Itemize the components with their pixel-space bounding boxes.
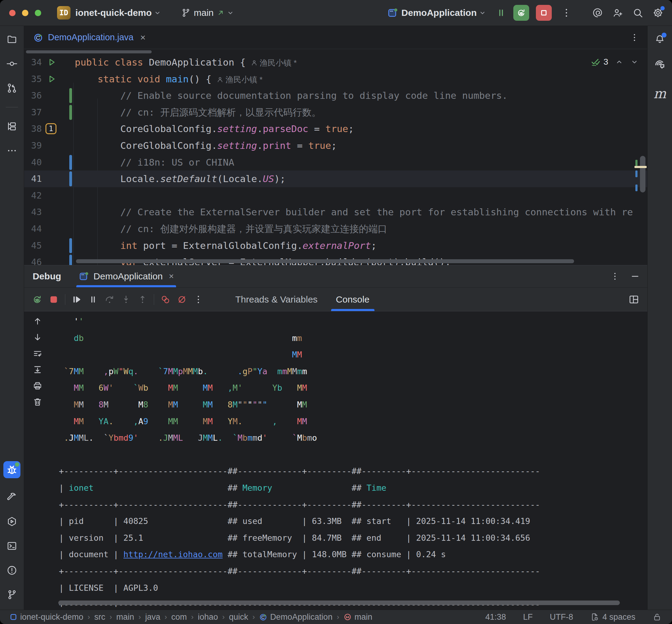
console-link[interactable]: http://net.iohao.com (123, 550, 222, 559)
resume-program-icon[interactable] (71, 294, 82, 305)
code-line[interactable]: 39 CoreGlobalConfig.setting.print = true… (24, 137, 647, 154)
editor-horizontal-scrollbar[interactable] (76, 259, 574, 263)
breadcrumb-item[interactable]: src (94, 613, 105, 622)
tab-close-icon[interactable]: × (169, 271, 174, 281)
line-number[interactable]: 36 (24, 87, 42, 104)
bookmark-badge[interactable]: 1 (46, 123, 56, 134)
code-line[interactable]: 36 // Enable source documentation parsin… (24, 87, 647, 104)
run-line-icon[interactable] (47, 58, 56, 67)
caret-position[interactable]: 41:38 (485, 613, 506, 622)
ai-assistant-icon[interactable] (592, 7, 603, 18)
maven-tool-icon[interactable]: m (653, 87, 666, 100)
next-problem-icon[interactable] (630, 58, 639, 66)
code-line[interactable]: 37 // cn: 开启源码文档解析，以显示代码行数。 (24, 104, 647, 121)
view-breakpoints-icon[interactable] (160, 294, 171, 305)
step-over-icon[interactable] (104, 294, 115, 305)
stop-process-icon[interactable] (49, 294, 59, 305)
notifications-bell-icon[interactable] (654, 34, 665, 45)
line-number[interactable]: 43 (24, 204, 42, 220)
structure-tool-icon[interactable] (6, 121, 17, 132)
window-close-button[interactable] (9, 10, 16, 16)
breadcrumb-item[interactable]: quick (229, 613, 248, 622)
hide-panel-icon[interactable] (630, 271, 640, 281)
debug-view-tab-console[interactable]: Console (331, 288, 374, 311)
services-tool-icon[interactable] (6, 516, 17, 527)
clear-console-icon[interactable] (33, 397, 43, 407)
scroll-down-icon[interactable] (33, 333, 43, 342)
code-with-me-icon[interactable] (612, 7, 623, 18)
terminal-tool-icon[interactable] (6, 541, 17, 551)
pause-program-icon[interactable] (88, 294, 98, 305)
line-number[interactable]: 38 (24, 121, 42, 137)
console-output[interactable]: '' db mm MM `7MM ,pW"Wq. `7MMpMMMb. .gP"… (24, 311, 647, 610)
editor-options-icon[interactable] (629, 33, 639, 43)
code-line[interactable]: 42 (24, 187, 647, 204)
settings-gear-icon[interactable] (652, 7, 664, 18)
tab-scrollbar[interactable] (26, 50, 152, 53)
line-number[interactable]: 37 (24, 104, 42, 121)
code-line[interactable]: 44 // cn: 创建对外服构建器，并设置与真实玩家建立连接的端口 (24, 220, 647, 237)
line-number[interactable]: 42 (24, 187, 42, 204)
restart-debug-button[interactable] (513, 5, 529, 21)
write-access-lock[interactable] (652, 613, 662, 622)
line-number[interactable]: 45 (24, 237, 42, 254)
line-number[interactable]: 34 (24, 54, 42, 71)
breadcrumb-item[interactable]: java (145, 613, 160, 622)
scroll-to-end-icon[interactable] (33, 365, 43, 374)
line-number[interactable]: 44 (24, 220, 42, 237)
debug-tool-icon[interactable] (3, 461, 21, 478)
editor-vertical-scrollbar[interactable] (640, 156, 645, 192)
problems-tool-icon[interactable] (6, 565, 17, 576)
window-zoom-button[interactable] (35, 10, 41, 16)
line-number[interactable]: 46 (24, 254, 42, 265)
project-name[interactable]: ionet-quick-demo (75, 8, 152, 18)
code-line[interactable]: 35 static void main() {渔民小镇 * (24, 71, 647, 87)
run-line-icon[interactable] (47, 74, 56, 83)
line-number[interactable]: 41 (24, 171, 42, 187)
project-tool-icon[interactable] (6, 34, 17, 45)
run-config-name[interactable]: DemoApplication (401, 8, 477, 18)
rerun-debug-icon[interactable] (32, 294, 43, 305)
code-line[interactable]: 34public class DemoApplication {渔民小镇 * (24, 54, 647, 71)
vcs-widget[interactable]: main (181, 8, 234, 18)
line-number[interactable]: 35 (24, 71, 42, 87)
pull-requests-tool-icon[interactable] (6, 83, 17, 94)
more-debug-actions-icon[interactable] (193, 294, 203, 305)
indent-setting[interactable]: 4 spaces (590, 613, 636, 622)
debug-options-icon[interactable] (610, 271, 620, 281)
layout-settings-icon[interactable] (628, 294, 639, 305)
prev-problem-icon[interactable] (615, 58, 623, 66)
window-minimize-button[interactable] (22, 10, 28, 16)
debug-view-tab-threads-variables[interactable]: Threads & Variables (230, 288, 323, 311)
print-icon[interactable] (33, 381, 43, 391)
line-ending[interactable]: LF (523, 613, 533, 622)
editor-tab[interactable]: DemoApplication.java × (24, 32, 146, 43)
breadcrumb-item[interactable]: DemoApplication (259, 613, 332, 622)
more-tools-icon[interactable] (6, 145, 17, 156)
scroll-up-icon[interactable] (33, 316, 43, 326)
commit-tool-icon[interactable] (6, 58, 17, 69)
code-line[interactable]: 40 // i18n: US or CHINA (24, 154, 647, 171)
mute-breakpoints-icon[interactable] (177, 294, 187, 305)
breadcrumb-item[interactable]: main (116, 613, 134, 622)
file-encoding[interactable]: UTF-8 (550, 613, 573, 622)
step-out-icon[interactable] (137, 294, 148, 305)
code-editor[interactable]: 34public class DemoApplication {渔民小镇 *35… (24, 49, 647, 265)
tab-close-icon[interactable]: × (140, 32, 146, 43)
inspections-widget[interactable]: 3 (591, 56, 639, 68)
soft-wrap-icon[interactable] (33, 348, 43, 358)
code-line[interactable]: 45 int port = ExternalGlobalConfig.exter… (24, 237, 647, 254)
breadcrumb-item[interactable]: iohao (198, 613, 218, 622)
build-tool-icon[interactable] (6, 492, 17, 503)
search-everywhere-icon[interactable] (632, 7, 643, 18)
debug-session-tab[interactable]: DemoApplication × (76, 265, 176, 287)
pause-button[interactable] (496, 7, 506, 18)
ai-chat-tool-icon[interactable] (653, 58, 666, 71)
line-number[interactable]: 40 (24, 154, 42, 171)
more-actions-button[interactable] (561, 7, 572, 18)
code-line[interactable]: 381 CoreGlobalConfig.setting.parseDoc = … (24, 121, 647, 137)
step-into-icon[interactable] (121, 294, 131, 305)
breadcrumb-item[interactable]: main (343, 613, 372, 622)
line-number[interactable]: 39 (24, 137, 42, 154)
code-line[interactable]: 43 // Create the ExternalServer builder … (24, 204, 647, 220)
